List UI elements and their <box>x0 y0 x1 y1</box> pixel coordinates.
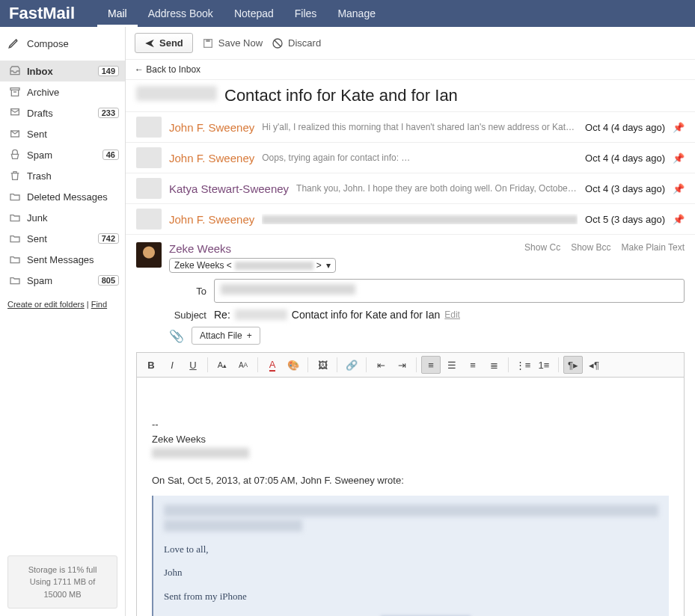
message-date: Oct 4 (4 days ago) <box>585 122 665 133</box>
top-bar: FastMail MailAddress BookNotepadFilesMan… <box>0 0 695 27</box>
italic-button[interactable]: I <box>162 356 182 374</box>
topnav-manage[interactable]: Manage <box>327 0 386 27</box>
compose-button[interactable]: Compose <box>0 27 125 61</box>
show-cc-link[interactable]: Show Cc <box>524 242 560 253</box>
folder-icon <box>7 274 22 286</box>
message-date: Oct 4 (3 days ago) <box>585 183 665 194</box>
underline-button[interactable]: U <box>183 356 203 374</box>
align-justify-button[interactable]: ≣ <box>484 356 503 374</box>
rtl-button[interactable]: ◂¶ <box>584 356 604 374</box>
show-bcc-link[interactable]: Show Bcc <box>571 242 610 253</box>
find-link[interactable]: Find <box>91 300 107 309</box>
from-name: Zeke Weeks <box>169 242 517 255</box>
storage-info: Storage is 11% full Using 1711 MB of 150… <box>7 555 117 609</box>
redacted-signature <box>152 448 249 458</box>
pencil-icon <box>7 36 21 52</box>
message-preview <box>262 214 578 224</box>
save-icon <box>202 37 214 49</box>
folder-sent-messages[interactable]: Sent Messages <box>0 249 125 270</box>
quote-attribution: On Sat, Oct 5, 2013, at 07:05 AM, John F… <box>152 473 669 488</box>
discard-button[interactable]: Discard <box>272 37 321 49</box>
to-input[interactable] <box>214 279 685 303</box>
folder-inbox[interactable]: Inbox149 <box>0 61 125 81</box>
folder-spam[interactable]: Spam46 <box>0 144 125 165</box>
folder-spam[interactable]: Spam805 <box>0 270 125 291</box>
folder-count: 233 <box>98 108 119 118</box>
folder-count: 805 <box>98 275 119 286</box>
folder-junk[interactable]: Junk <box>0 207 125 228</box>
outdent-button[interactable]: ⇤ <box>371 356 391 374</box>
ltr-button[interactable]: ¶▸ <box>563 356 583 374</box>
folder-sent[interactable]: Sent <box>0 123 125 144</box>
folder-icon <box>7 212 22 224</box>
compose-area: Zeke Weeks Zeke Weeks < > ▾ Show Cc Show… <box>126 235 695 616</box>
sidebar: Compose Inbox149ArchiveDrafts233SentSpam… <box>0 27 126 616</box>
pin-icon[interactable]: 📌 <box>673 122 685 133</box>
thread-message[interactable]: John F. SweeneyHi y'all, I realized this… <box>126 112 695 143</box>
message-preview: Hi y'all, I realized this morning that I… <box>262 122 578 132</box>
highlight-button[interactable]: 🎨 <box>284 356 303 374</box>
redacted-from-email <box>235 262 313 270</box>
brand-logo: FastMail <box>9 4 75 23</box>
attach-file-button[interactable]: Attach File + <box>192 327 260 345</box>
editor-body[interactable]: -- Zeke Weeks On Sat, Oct 5, 2013, at 07… <box>136 377 685 616</box>
pin-icon[interactable]: 📌 <box>673 153 685 164</box>
signature-dashes: -- <box>152 417 669 432</box>
text-color-button[interactable]: A <box>263 356 282 374</box>
send-button[interactable]: Send <box>135 33 193 53</box>
folder-icon <box>7 232 22 244</box>
indent-button[interactable]: ⇥ <box>392 356 411 374</box>
main-panel: Send Save Now Discard ← Back to Inbox Co… <box>126 27 695 616</box>
topnav-files[interactable]: Files <box>284 0 328 27</box>
create-folders-link[interactable]: Create or edit folders <box>7 300 85 309</box>
folder-count: 742 <box>98 233 119 244</box>
svg-rect-0 <box>10 88 19 90</box>
inbox-icon <box>7 65 22 77</box>
bold-button[interactable]: B <box>141 356 161 374</box>
folder-links: Create or edit folders | Find <box>0 292 125 316</box>
save-now-button[interactable]: Save Now <box>202 37 263 49</box>
align-right-button[interactable]: ≡ <box>463 356 483 374</box>
message-date: Oct 4 (4 days ago) <box>585 153 665 164</box>
folder-deleted-messages[interactable]: Deleted Messages <box>0 186 125 207</box>
from-selector[interactable]: Zeke Weeks < > ▾ <box>169 258 336 273</box>
plain-text-link[interactable]: Make Plain Text <box>622 242 685 253</box>
ordered-list-button[interactable]: 1≡ <box>534 356 554 374</box>
plus-icon: + <box>247 330 252 341</box>
archive-icon <box>7 86 22 98</box>
unordered-list-button[interactable]: ⋮≡ <box>513 356 533 374</box>
pin-icon[interactable]: 📌 <box>673 214 685 225</box>
message-preview: Oops, trying again for contact info: <box>262 153 578 163</box>
message-sender: John F. Sweeney <box>169 121 254 134</box>
thread-message[interactable]: Katya Stewart-SweeneyThank you, John. I … <box>126 173 695 204</box>
image-button[interactable]: 🖼 <box>313 356 332 374</box>
paperclip-icon: 📎 <box>169 329 184 343</box>
redacted-quoted-text <box>164 505 658 517</box>
message-preview: Thank you, John. I hope they are both do… <box>296 183 578 194</box>
folder-archive[interactable]: Archive <box>0 81 125 102</box>
align-left-button[interactable]: ≡ <box>421 356 441 374</box>
avatar-placeholder <box>136 209 162 230</box>
avatar-placeholder <box>136 117 162 138</box>
topnav-address-book[interactable]: Address Book <box>138 0 224 27</box>
dropdown-icon: ▾ <box>326 260 331 271</box>
link-button[interactable]: 🔗 <box>342 356 361 374</box>
thread-message[interactable]: John F. SweeneyOops, trying again for co… <box>126 143 695 173</box>
folder-sent[interactable]: Sent742 <box>0 228 125 249</box>
message-sender: John F. Sweeney <box>169 213 254 226</box>
avatar-placeholder <box>136 147 162 168</box>
folder-drafts[interactable]: Drafts233 <box>0 102 125 123</box>
font-size-up-button[interactable]: A▴ <box>212 356 232 374</box>
back-row: ← Back to Inbox <box>126 60 695 80</box>
edit-subject-link[interactable]: Edit <box>444 309 460 320</box>
topnav-mail[interactable]: Mail <box>97 0 138 27</box>
redacted-prefix <box>136 86 217 101</box>
back-to-inbox-link[interactable]: ← Back to Inbox <box>135 64 200 75</box>
pin-icon[interactable]: 📌 <box>673 183 685 194</box>
align-center-button[interactable]: ☰ <box>442 356 462 374</box>
thread-message[interactable]: John F. SweeneyOct 5 (3 days ago)📌 <box>126 204 695 235</box>
font-size-down-button[interactable]: AA <box>233 356 253 374</box>
message-sender: John F. Sweeney <box>169 152 254 164</box>
topnav-notepad[interactable]: Notepad <box>224 0 284 27</box>
folder-trash[interactable]: Trash <box>0 165 125 186</box>
